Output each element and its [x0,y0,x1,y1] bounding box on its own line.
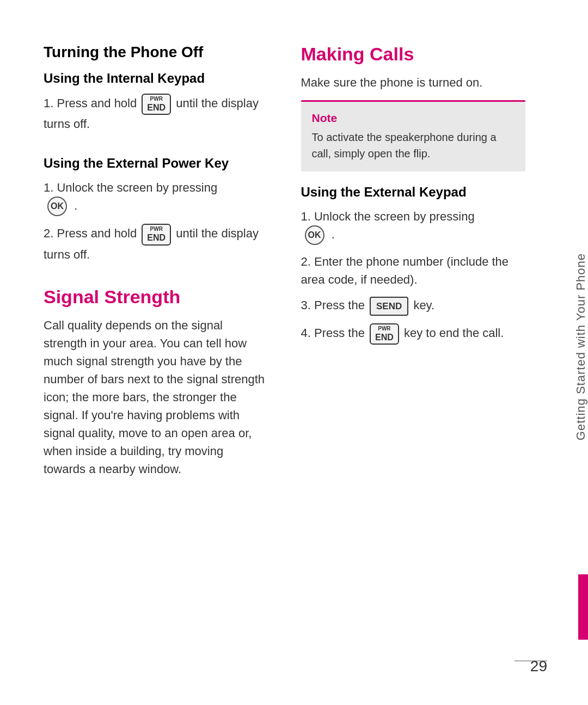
right-ext-step2-text: 2. Enter the phone number (include the a… [301,253,526,289]
page-number: 29 [530,658,547,675]
note-text: To activate the speakerphone during a ca… [312,129,515,162]
send-key-badge: SEND [370,297,408,316]
internal-step1: 1. Press and hold PWR END until the disp… [44,94,268,133]
signal-strength-body: Call quality depends on the signal stren… [44,316,268,478]
ext-step2: 2. Press and hold PWR END until the disp… [44,224,268,263]
right-ext-step3-text: 3. Press the SEND key. [301,296,435,316]
end-key-badge-step4: PWR END [370,323,399,345]
sidebar: Getting Started with Your Phone [558,0,588,705]
right-column: Making Calls Make sure the phone is turn… [301,44,526,672]
ok-button-2: OK [303,225,326,245]
ok-key-icon-1: OK [47,197,67,216]
right-ext-step4: 4. Press the PWR END key to end the call… [301,323,526,345]
turning-off-heading: Turning the Phone Off [44,44,268,61]
right-ext-step1-suffix: . [332,228,335,241]
internal-step1-prefix: 1. Press and hold [44,96,137,110]
ext-keypad-heading: Using the External Keypad [301,185,526,200]
signal-strength-section: Signal Strength Call quality depends on … [44,286,268,483]
making-calls-intro: Make sure the phone is turned on. [301,73,526,91]
end-key-bottom-2: END [147,232,166,243]
end-key-top: PWR [150,96,163,102]
ext-step2-text: 2. Press and hold PWR END until the disp… [44,224,268,263]
right-ext-step4-prefix: 4. Press the [301,327,365,340]
making-calls-heading: Making Calls [301,44,526,65]
end-key-top-2: PWR [150,226,163,232]
right-ext-step4-suffix: key to end the call. [404,327,504,340]
left-column: Turning the Phone Off Using the Internal… [44,44,268,672]
signal-strength-heading: Signal Strength [44,286,268,308]
ok-key-icon-2: OK [305,225,324,245]
sidebar-text: Getting Started with Your Phone [574,253,588,440]
note-label: Note [312,112,515,125]
right-ext-step2: 2. Enter the phone number (include the a… [301,253,526,289]
right-ext-step3-suffix: key. [413,298,434,312]
right-ext-step1-text: 1. Unlock the screen by pressing OK . [301,207,475,245]
page-container: Turning the Phone Off Using the Internal… [0,0,588,705]
internal-step1-text: 1. Press and hold PWR END until the disp… [44,94,268,133]
main-content: Turning the Phone Off Using the Internal… [0,0,558,705]
end-key-bottom-3: END [375,332,394,342]
internal-keypad-heading: Using the Internal Keypad [44,71,268,86]
turning-off-section: Turning the Phone Off Using the Internal… [44,44,268,140]
ext-step1-text: 1. Unlock the screen by pressing OK . [44,179,217,216]
right-ext-step4-text: 4. Press the PWR END key to end the call… [301,323,504,345]
ext-step1-prefix: 1. Unlock the screen by pressing [44,181,217,194]
note-box: Note To activate the speakerphone during… [301,100,526,171]
external-power-section: Using the External Power Key 1. Unlock t… [44,156,268,271]
end-key-top-3: PWR [378,326,390,332]
end-key-bottom: END [147,102,166,113]
ext-step2-prefix: 2. Press and hold [44,227,137,241]
external-power-key-heading: Using the External Power Key [44,156,268,171]
ext-step1: 1. Unlock the screen by pressing OK . [44,179,268,216]
right-ext-step3: 3. Press the SEND key. [301,296,526,316]
ok-button-1: OK [46,197,69,216]
ext-step1-suffix: . [74,199,77,212]
right-ext-step1-prefix: 1. Unlock the screen by pressing [301,210,475,223]
right-ext-step3-prefix: 3. Press the [301,298,365,312]
end-key-badge-internal: PWR END [142,94,171,115]
end-key-badge-ext: PWR END [142,224,171,245]
making-calls-section: Making Calls Make sure the phone is turn… [301,44,526,352]
sidebar-accent-bar [578,574,588,640]
right-ext-step1: 1. Unlock the screen by pressing OK . [301,207,526,245]
